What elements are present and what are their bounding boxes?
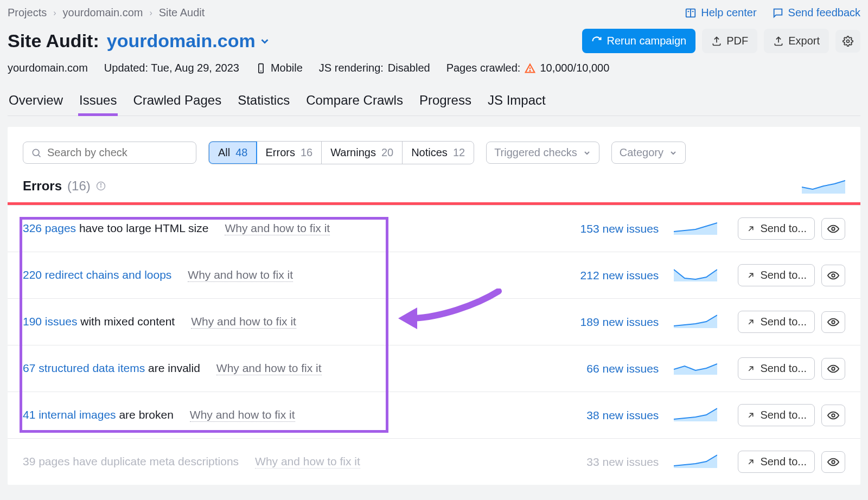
hide-issue-button[interactable] xyxy=(821,218,845,240)
svg-point-16 xyxy=(832,320,835,324)
why-fix-link[interactable]: Why and how to fix it xyxy=(216,362,322,375)
new-issues-link[interactable]: 66 new issues xyxy=(586,362,659,375)
new-issues-link[interactable]: 38 new issues xyxy=(586,409,659,422)
issue-row: 190 issues with mixed content Why and ho… xyxy=(8,298,860,345)
eye-icon xyxy=(827,363,839,375)
triggered-checks-dropdown[interactable]: Triggered checks xyxy=(486,142,599,164)
rerun-campaign-button[interactable]: Rerun campaign xyxy=(582,29,695,53)
why-fix-link[interactable]: Why and how to fix it xyxy=(188,268,293,282)
meta-crawled-label: Pages crawled: xyxy=(446,62,521,74)
svg-point-9 xyxy=(33,149,39,156)
errors-section-label: Errors xyxy=(23,178,62,194)
chevron-right-icon: › xyxy=(149,8,152,18)
send-to-label: Send to... xyxy=(760,269,807,281)
info-icon[interactable] xyxy=(96,181,106,191)
eye-icon xyxy=(827,409,839,421)
tab-progress[interactable]: Progress xyxy=(418,91,473,116)
tab-crawled-pages[interactable]: Crawled Pages xyxy=(132,91,222,116)
search-input-wrapper[interactable] xyxy=(23,142,196,164)
category-dropdown[interactable]: Category xyxy=(611,142,686,164)
send-feedback-link[interactable]: Send feedback xyxy=(772,7,860,19)
triggered-checks-label: Triggered checks xyxy=(494,146,577,159)
issue-link[interactable]: 39 pages xyxy=(23,455,69,467)
eye-icon xyxy=(827,223,839,235)
hide-issue-button[interactable] xyxy=(821,405,845,426)
svg-point-17 xyxy=(832,367,835,370)
segment-warnings[interactable]: Warnings 20 xyxy=(322,142,403,164)
tab-js-impact[interactable]: JS Impact xyxy=(487,91,547,116)
segment-all[interactable]: All 48 xyxy=(208,141,257,164)
eye-icon xyxy=(827,456,839,468)
issue-text: are broken xyxy=(116,408,174,421)
segment-errors[interactable]: Errors 16 xyxy=(257,142,322,164)
new-issues-link[interactable]: 153 new issues xyxy=(580,222,659,235)
why-fix-link[interactable]: Why and how to fix it xyxy=(255,455,360,469)
new-issues-link[interactable]: 33 new issues xyxy=(586,456,659,469)
svg-point-4 xyxy=(847,40,850,42)
segment-notices-label: Notices xyxy=(411,146,448,159)
issue-link[interactable]: 41 internal images xyxy=(23,408,116,421)
svg-point-13 xyxy=(100,184,101,185)
meta-device-label: Mobile xyxy=(271,62,303,74)
search-input[interactable] xyxy=(47,146,188,159)
tab-compare-crawls[interactable]: Compare Crawls xyxy=(305,91,404,116)
segment-notices[interactable]: Notices 12 xyxy=(403,142,474,164)
segment-warnings-count: 20 xyxy=(381,146,393,159)
why-fix-link[interactable]: Why and how to fix it xyxy=(190,408,295,422)
help-center-label: Help center xyxy=(701,7,756,19)
hide-issue-button[interactable] xyxy=(821,311,845,333)
pdf-button[interactable]: PDF xyxy=(702,29,757,53)
category-label: Category xyxy=(620,146,663,159)
send-to-button[interactable]: Send to... xyxy=(738,357,815,380)
why-fix-link[interactable]: Why and how to fix it xyxy=(191,315,296,329)
meta-crawled-value: 10,000/10,000 xyxy=(540,62,609,74)
settings-button[interactable] xyxy=(835,30,860,53)
issue-link[interactable]: 67 structured data items xyxy=(23,362,145,374)
breadcrumb-site-audit[interactable]: Site Audit xyxy=(159,7,205,19)
issue-link[interactable]: 326 pages xyxy=(23,222,76,234)
segment-warnings-label: Warnings xyxy=(330,146,376,159)
chevron-right-icon: › xyxy=(53,8,56,18)
share-icon xyxy=(746,364,756,374)
new-issues-link[interactable]: 189 new issues xyxy=(580,316,659,329)
tabs: Overview Issues Crawled Pages Statistics… xyxy=(8,91,860,116)
breadcrumb-projects[interactable]: Projects xyxy=(8,7,47,19)
hide-issue-button[interactable] xyxy=(821,265,845,286)
send-to-button[interactable]: Send to... xyxy=(738,264,815,286)
send-feedback-label: Send feedback xyxy=(788,7,860,19)
share-icon xyxy=(746,271,756,280)
domain-dropdown[interactable]: yourdomain.com xyxy=(107,30,271,52)
send-to-button[interactable]: Send to... xyxy=(738,217,815,240)
new-issues-link[interactable]: 212 new issues xyxy=(580,269,659,282)
chevron-down-icon xyxy=(583,149,591,157)
help-center-link[interactable]: Help center xyxy=(685,7,756,19)
sparkline-icon xyxy=(674,406,717,421)
sparkline-icon xyxy=(674,313,717,328)
chevron-down-icon xyxy=(259,35,271,47)
svg-point-19 xyxy=(832,460,835,464)
send-to-button[interactable]: Send to... xyxy=(738,404,815,426)
hide-issue-button[interactable] xyxy=(821,358,845,380)
send-to-button[interactable]: Send to... xyxy=(738,451,815,473)
send-to-label: Send to... xyxy=(760,362,807,375)
tab-overview[interactable]: Overview xyxy=(8,91,64,116)
share-icon xyxy=(746,457,756,467)
segment-errors-count: 16 xyxy=(301,146,312,159)
hide-issue-button[interactable] xyxy=(821,451,845,473)
eye-icon xyxy=(827,316,839,328)
tab-issues[interactable]: Issues xyxy=(78,91,118,116)
tab-statistics[interactable]: Statistics xyxy=(237,91,291,116)
segment-notices-count: 12 xyxy=(453,146,465,159)
issue-link[interactable]: 220 redirect chains and loops xyxy=(23,268,171,281)
domain-label: yourdomain.com xyxy=(107,30,256,52)
issue-link[interactable]: 190 issues xyxy=(23,315,77,328)
breadcrumb-domain[interactable]: yourdomain.com xyxy=(63,7,143,19)
errors-section-count: (16) xyxy=(67,178,91,194)
gear-icon xyxy=(843,36,853,47)
export-button[interactable]: Export xyxy=(764,29,829,53)
send-to-button[interactable]: Send to... xyxy=(738,311,815,333)
upload-icon xyxy=(711,36,722,47)
why-fix-link[interactable]: Why and how to fix it xyxy=(225,222,330,235)
book-icon xyxy=(685,7,697,19)
sparkline-icon xyxy=(674,266,717,281)
